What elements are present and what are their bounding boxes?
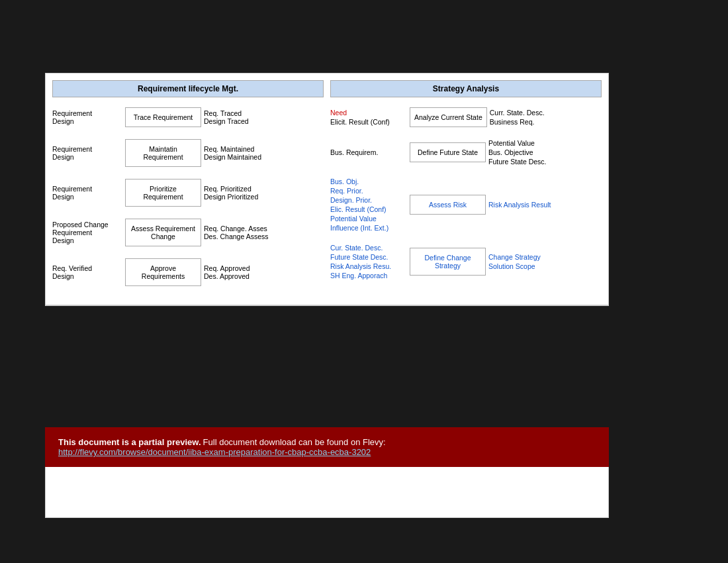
change-strategy-center-text: Define ChangeStrategy bbox=[424, 254, 471, 270]
future-center-text: Define Future State bbox=[418, 148, 478, 156]
analyze-right-labels: Curr. State. Desc. Business Req. bbox=[490, 109, 545, 126]
risk-center-box: Assess Risk bbox=[410, 195, 486, 215]
bottom-white-area bbox=[45, 467, 609, 518]
assess-left-labels: Proposed Change Requirement Design bbox=[52, 221, 125, 244]
preview-link[interactable]: http://flevy.com/browse/document/iiba-ex… bbox=[58, 447, 371, 457]
future-center-box: Define Future State bbox=[410, 142, 486, 162]
label-elicit-result: Elicit. Result (Conf) bbox=[330, 118, 410, 126]
req-maintained: Req. Maintained bbox=[204, 145, 261, 153]
label-bus-requirem: Bus. Requirem. bbox=[330, 148, 410, 156]
maintain-left-labels: Requirement Design bbox=[52, 145, 125, 161]
row-define-change-strategy: Cur. State. Desc. Future State Desc. Ris… bbox=[330, 244, 602, 280]
sections-wrapper: Requirement lifecycle Mgt. Requirement D… bbox=[46, 74, 608, 305]
maintain-center-box: MaintatinRequirement bbox=[125, 139, 201, 167]
risk-left-labels: Bus. Obj. Req. Prior. Design. Prior. Eli… bbox=[330, 178, 410, 232]
req-change-asses: Req. Change. Asses bbox=[204, 225, 268, 232]
prioritize-center-text: PrioritizeRequirement bbox=[143, 185, 183, 201]
label-design-4: Design bbox=[52, 236, 125, 244]
preview-link-wrapper[interactable]: http://flevy.com/browse/document/iiba-ex… bbox=[58, 447, 596, 457]
design-maintained: Design Maintained bbox=[204, 153, 261, 161]
risk-right-labels: Risk Analysis Result bbox=[488, 201, 551, 209]
req-approved: Req. Approved bbox=[204, 264, 250, 272]
bus-objective: Bus. Objective bbox=[488, 148, 547, 156]
business-req: Business Req. bbox=[490, 118, 545, 126]
assess-center-box: Assess RequirementChange bbox=[125, 219, 201, 246]
row-assess-change: Proposed Change Requirement Design Asses… bbox=[52, 219, 324, 246]
approve-center-box: ApproveRequirements bbox=[125, 258, 201, 286]
left-section-header: Requirement lifecycle Mgt. bbox=[52, 80, 324, 97]
preview-banner: This document is a partial preview. Full… bbox=[45, 427, 609, 467]
label-requirement-4: Requirement bbox=[52, 229, 125, 236]
row-assess-risk: Bus. Obj. Req. Prior. Design. Prior. Eli… bbox=[330, 178, 602, 232]
req-prioritized: Req. Prioritized bbox=[204, 185, 258, 193]
future-state-desc: Future State Desc. bbox=[488, 158, 547, 166]
design-traced: Design Traced bbox=[204, 117, 249, 125]
trace-right-labels: Req. Traced Design Traced bbox=[204, 109, 249, 125]
change-strategy-left-labels: Cur. State. Desc. Future State Desc. Ris… bbox=[330, 244, 410, 280]
change-strategy-right-labels: Change Strategy Solution Scope bbox=[488, 253, 541, 270]
preview-bold-text: This document is a partial preview. bbox=[58, 437, 201, 447]
solution-scope: Solution Scope bbox=[488, 262, 541, 270]
label-influence: Influence (Int. Ext.) bbox=[330, 224, 410, 232]
analyze-center-text: Analyze Current State bbox=[414, 113, 482, 121]
maintain-right-labels: Req. Maintained Design Maintained bbox=[204, 145, 261, 161]
analyze-center-box: Analyze Current State bbox=[410, 107, 487, 127]
label-req-prior: Req. Prior. bbox=[330, 187, 410, 195]
left-section: Requirement lifecycle Mgt. Requirement D… bbox=[52, 80, 324, 298]
row-approve-requirements: Req. Verified Design ApproveRequirements… bbox=[52, 258, 324, 286]
assess-center-text: Assess RequirementChange bbox=[131, 225, 195, 240]
label-design-2: Design bbox=[52, 153, 125, 161]
label-proposed-change: Proposed Change bbox=[52, 221, 125, 229]
future-left-labels: Bus. Requirem. bbox=[330, 148, 410, 156]
label-design-1: Design bbox=[52, 117, 125, 125]
page-wrapper: Requirement lifecycle Mgt. Requirement D… bbox=[0, 0, 728, 563]
label-bus-obj: Bus. Obj. bbox=[330, 178, 410, 185]
preview-normal-text: Full document download can be found on F… bbox=[203, 437, 386, 447]
approve-right-labels: Req. Approved Des. Approved bbox=[204, 264, 250, 280]
divider bbox=[46, 305, 608, 305]
label-design-3: Design bbox=[52, 193, 125, 201]
prioritize-center-box: PrioritizeRequirement bbox=[125, 179, 201, 207]
approve-center-text: ApproveRequirements bbox=[142, 264, 185, 280]
row-maintain-requirement: Requirement Design MaintatinRequirement … bbox=[52, 139, 324, 167]
label-design-5: Design bbox=[52, 272, 125, 280]
trace-center-box: Trace Requirement bbox=[125, 107, 201, 127]
row-prioritize-requirement: Requirement Design PrioritizeRequirement… bbox=[52, 179, 324, 207]
label-requirement-3: Requirement bbox=[52, 185, 125, 193]
prioritize-right-labels: Req. Prioritized Design Prioritized bbox=[204, 185, 258, 201]
curr-state-desc: Curr. State. Desc. bbox=[490, 109, 545, 117]
prioritize-left-labels: Requirement Design bbox=[52, 185, 125, 201]
change-strategy-center-box: Define ChangeStrategy bbox=[410, 248, 486, 276]
preview-text: This document is a partial preview. Full… bbox=[58, 437, 596, 447]
label-cur-state-desc: Cur. State. Desc. bbox=[330, 244, 410, 252]
future-right-labels: Potential Value Bus. Objective Future St… bbox=[488, 139, 547, 166]
label-requirement-1: Requirement bbox=[52, 109, 125, 117]
label-risk-analysis-resu: Risk Analysis Resu. bbox=[330, 262, 410, 270]
label-requirement-2: Requirement bbox=[52, 145, 125, 153]
right-section: Strategy Analysis Need Elicit. Result (C… bbox=[330, 80, 602, 298]
req-traced: Req. Traced bbox=[204, 109, 249, 117]
risk-analysis-result: Risk Analysis Result bbox=[488, 201, 551, 209]
des-change-assess: Des. Change Assess bbox=[204, 232, 268, 240]
potential-value: Potential Value bbox=[488, 139, 547, 147]
design-prioritized: Design Prioritized bbox=[204, 193, 258, 201]
label-need: Need bbox=[330, 109, 410, 117]
row-define-future: Bus. Requirem. Define Future State Poten… bbox=[330, 139, 602, 166]
trace-left-labels: Requirement Design bbox=[52, 109, 125, 125]
main-container: Requirement lifecycle Mgt. Requirement D… bbox=[45, 73, 609, 306]
row-analyze-current: Need Elicit. Result (Conf) Analyze Curre… bbox=[330, 107, 602, 127]
label-sh-eng-apporach: SH Eng. Apporach bbox=[330, 272, 410, 280]
label-design-prior: Design. Prior. bbox=[330, 196, 410, 204]
label-potential-value: Potential Value bbox=[330, 215, 410, 223]
label-req-verified: Req. Verified bbox=[52, 264, 125, 272]
change-strategy: Change Strategy bbox=[488, 253, 541, 261]
analyze-left-labels: Need Elicit. Result (Conf) bbox=[330, 109, 410, 126]
row-trace-requirement: Requirement Design Trace Requirement Req… bbox=[52, 107, 324, 127]
approve-left-labels: Req. Verified Design bbox=[52, 264, 125, 280]
label-future-state-desc: Future State Desc. bbox=[330, 253, 410, 261]
maintain-center-text: MaintatinRequirement bbox=[143, 145, 183, 161]
trace-center-text: Trace Requirement bbox=[134, 113, 193, 121]
right-section-header: Strategy Analysis bbox=[330, 80, 602, 97]
des-approved: Des. Approved bbox=[204, 272, 250, 280]
label-elic-result-conf: Elic. Result (Conf) bbox=[330, 205, 410, 213]
